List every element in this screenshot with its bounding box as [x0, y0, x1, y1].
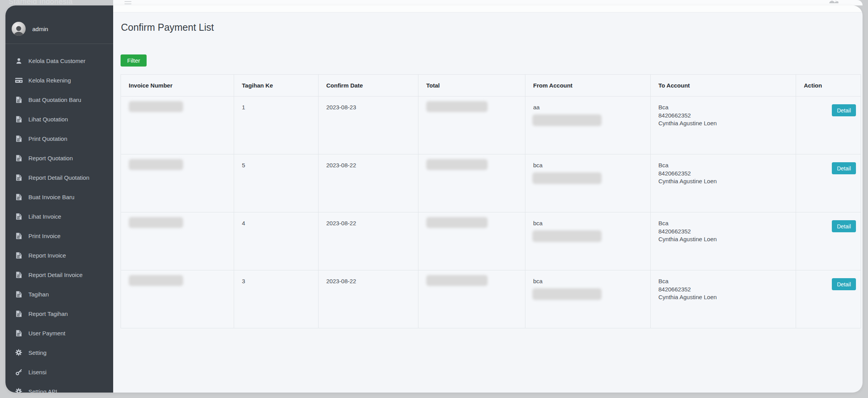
file-invoice-icon [15, 330, 23, 337]
cell-from-account: aa [525, 96, 651, 154]
sidebar-item-kelola-rekening[interactable]: Kelola Rekening [5, 70, 113, 90]
sidebar-item-lisensi[interactable]: Lisensi [5, 362, 113, 382]
sidebar-item-kelola-data-customer[interactable]: Kelola Data Customer [5, 51, 113, 70]
to-account-number: 8420662352 [658, 170, 788, 178]
sidebar-item-buat-quotation-baru[interactable]: Buat Quotation Baru [5, 90, 113, 109]
file-invoice-icon [15, 291, 23, 298]
from-account-bank: aa [533, 104, 540, 110]
sidebar-item-buat-invoice-baru[interactable]: Buat Invoice Baru [5, 187, 113, 207]
to-account-number: 8420662352 [658, 286, 788, 294]
cell-tagihan-ke: 4 [234, 212, 318, 270]
cell-action: Detail [796, 270, 861, 328]
sidebar-item-report-quotation[interactable]: Report Quotation [5, 148, 113, 168]
sidebar-item-report-tagihan[interactable]: Report Tagihan [5, 304, 113, 323]
file-invoice-icon [15, 155, 23, 161]
sidebar-item-tagihan[interactable]: Tagihan [5, 284, 113, 304]
sidebar-item-setting[interactable]: Setting [5, 343, 113, 362]
file-invoice-icon [15, 194, 23, 200]
col-header-action: Action [796, 75, 861, 96]
hamburger-menu-icon[interactable] [124, 0, 131, 5]
to-account-holder: Cynthia Agustine Loen [658, 177, 788, 186]
redacted-invoice-number [129, 275, 183, 286]
redacted-total [426, 217, 488, 228]
cell-confirm-date: 2023-08-23 [318, 96, 418, 154]
cell-to-account: Bca 8420662352 Cynthia Agustine Loen [651, 212, 796, 270]
cell-action: Detail [796, 96, 861, 154]
cell-tagihan-ke: 1 [234, 96, 318, 154]
to-account-holder: Cynthia Agustine Loen [658, 235, 788, 244]
cell-confirm-date: 2023-08-22 [318, 270, 418, 328]
sidebar-item-report-detail-quotation[interactable]: Report Detail Quotation [5, 168, 113, 187]
users-icon[interactable] [828, 0, 838, 4]
redacted-invoice-number [129, 159, 183, 170]
file-invoice-icon [15, 213, 23, 220]
sidebar-item-report-detail-invoice[interactable]: Report Detail Invoice [5, 265, 113, 284]
key-icon [15, 369, 23, 375]
to-account-bank: Bca [658, 103, 788, 112]
sidebar-item-print-invoice[interactable]: Print Invoice [5, 226, 113, 245]
cell-action: Detail [796, 212, 861, 270]
redacted-total [426, 159, 488, 170]
cell-from-account: bca [525, 270, 651, 328]
file-invoice-icon [15, 272, 23, 278]
sidebar-item-report-invoice[interactable]: Report Invoice [5, 245, 113, 265]
detail-button[interactable]: Detail [832, 220, 856, 232]
from-account-bank: bca [533, 220, 542, 226]
file-invoice-icon [15, 116, 23, 123]
app-window: admin Kelola Data Customer Kelola Rekeni… [5, 5, 863, 393]
cell-confirm-date: 2023-08-22 [318, 154, 418, 212]
topbar-remnant [113, 0, 863, 5]
table-row: 4 2023-08-22 bca Bca 8420662352 Cynthia … [121, 212, 861, 270]
col-header-total: Total [418, 75, 525, 96]
page-title: Confirm Payment List [121, 22, 861, 33]
to-account-holder: Cynthia Agustine Loen [658, 119, 788, 128]
redacted-from-account [532, 288, 602, 300]
file-invoice-icon [15, 96, 23, 103]
redacted-total [426, 101, 488, 112]
redacted-from-account [532, 114, 602, 126]
cell-total [418, 212, 525, 270]
brand-title: Starfield Indonesia [9, 0, 73, 6]
to-account-number: 8420662352 [658, 112, 788, 120]
credit-card-icon [15, 77, 23, 83]
cell-confirm-date: 2023-08-22 [318, 212, 418, 270]
cell-tagihan-ke: 5 [234, 154, 318, 212]
col-header-from-account: From Account [525, 75, 651, 96]
sidebar-item-user-payment[interactable]: User Payment [5, 323, 113, 343]
user-name: admin [32, 26, 48, 32]
user-panel: admin [5, 5, 113, 44]
cell-total [418, 96, 525, 154]
redacted-from-account [532, 230, 602, 242]
col-header-tagihan-ke: Tagihan Ke [234, 75, 318, 96]
detail-button[interactable]: Detail [832, 278, 856, 290]
file-invoice-icon [15, 135, 23, 142]
confirm-payment-table: Invoice Number Tagihan Ke Confirm Date T… [121, 74, 861, 328]
sidebar-item-lihat-invoice[interactable]: Lihat Invoice [5, 207, 113, 226]
sidebar-item-setting-api[interactable]: Setting API [5, 382, 113, 393]
cell-total [418, 154, 525, 212]
gear-icon [15, 349, 23, 356]
from-account-bank: bca [533, 278, 542, 284]
cell-to-account: Bca 8420662352 Cynthia Agustine Loen [651, 154, 796, 212]
filter-button[interactable]: Filter [121, 54, 147, 67]
col-header-invoice-number: Invoice Number [121, 75, 234, 96]
avatar [12, 22, 26, 36]
cell-from-account: bca [525, 212, 651, 270]
redacted-total [426, 275, 488, 286]
cell-tagihan-ke: 3 [234, 270, 318, 328]
detail-button[interactable]: Detail [832, 162, 856, 174]
cell-to-account: Bca 8420662352 Cynthia Agustine Loen [651, 270, 796, 328]
sidebar-item-print-quotation[interactable]: Print Quotation [5, 129, 113, 148]
from-account-bank: bca [533, 162, 542, 168]
redacted-invoice-number [129, 101, 183, 112]
file-invoice-icon [15, 310, 23, 317]
detail-button[interactable]: Detail [832, 104, 856, 116]
sidebar-item-lihat-quotation[interactable]: Lihat Quotation [5, 109, 113, 129]
to-account-holder: Cynthia Agustine Loen [658, 293, 788, 302]
gear-icon [15, 388, 23, 393]
cell-action: Detail [796, 154, 861, 212]
user-icon [15, 58, 23, 64]
cell-from-account: bca [525, 154, 651, 212]
cell-invoice-number [121, 154, 234, 212]
col-header-confirm-date: Confirm Date [318, 75, 418, 96]
